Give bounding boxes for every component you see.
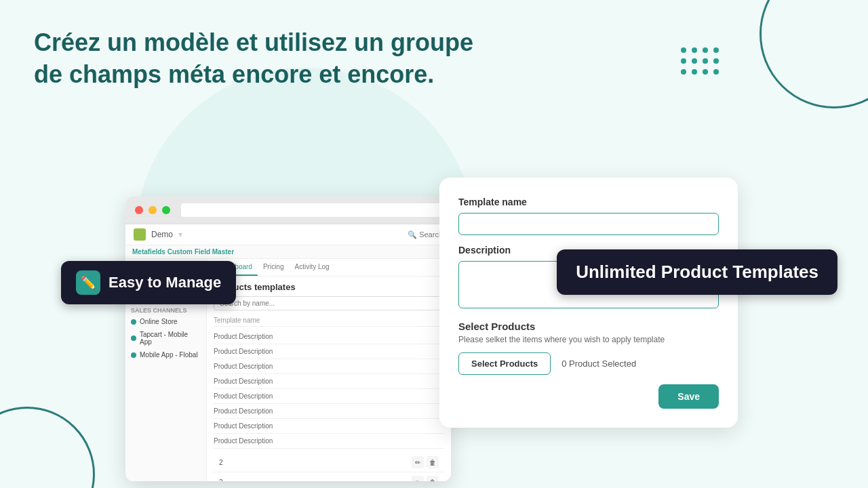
template-name-column-header: Template name	[214, 317, 260, 324]
badge-pencil-icon: ✏️	[76, 270, 100, 295]
delete-icon[interactable]: 🗑	[427, 476, 439, 481]
template-name-label: Template name	[458, 197, 719, 207]
page-headline: Créez un modèle et utilisez un groupe de…	[34, 27, 475, 91]
shopify-nav: Demo ▾ 🔍 Search	[125, 224, 451, 245]
template-row[interactable]: Product Description	[214, 344, 444, 359]
template-row[interactable]: Product Description	[214, 434, 444, 449]
edit-icon[interactable]: ✏	[412, 476, 424, 481]
search-input[interactable]	[214, 296, 444, 310]
badge-easy-label: Easy to Manage	[108, 274, 221, 291]
tab-activity-log[interactable]: Activity Log	[290, 259, 335, 276]
data-row-1-num: 2	[219, 459, 223, 466]
app-name: Metafields Custom Field Master	[125, 245, 451, 259]
data-row-1: 2 ✏ 🗑	[214, 453, 444, 472]
sidebar-mobile-app-label: Mobile App - Flobal	[140, 351, 198, 359]
shopify-logo	[134, 228, 146, 241]
badge-unlimited-label: Unlimited Product Templates	[576, 262, 818, 282]
select-products-description: Please selket the items where you wish t…	[458, 335, 719, 344]
easy-to-manage-badge: ✏️ Easy to Manage	[61, 261, 236, 304]
template-row[interactable]: Product Description	[214, 389, 444, 404]
sidebar-tapcart-label: Tapcart - Mobile App	[140, 331, 201, 346]
tab-pricing[interactable]: Pricing	[258, 259, 290, 276]
data-row-2-num: 2	[219, 479, 223, 482]
section-title: Products templates	[207, 277, 451, 296]
products-selected-count: 0 Product Selected	[561, 359, 636, 369]
template-list-header: Template name	[214, 314, 444, 327]
data-row-2: 2 ✏ 🗑	[214, 472, 444, 481]
app-main-panel: Dashboard Pricing Activity Log Products …	[207, 259, 451, 481]
delete-icon[interactable]: 🗑	[427, 456, 439, 468]
data-row-1-actions: ✏ 🗑	[412, 456, 439, 468]
url-bar	[181, 203, 441, 217]
store-name: Demo	[151, 230, 173, 239]
sidebar-item-online-store[interactable]: Online Store	[125, 315, 206, 328]
template-row[interactable]: Product Description	[214, 329, 444, 344]
select-products-button[interactable]: Select Products	[458, 352, 551, 375]
unlimited-templates-badge: Unlimited Product Templates	[557, 249, 837, 295]
decorative-dots-grid	[681, 47, 719, 75]
window-minimize-btn[interactable]	[149, 206, 157, 214]
decorative-circle-bottom-left	[0, 407, 95, 488]
sidebar-item-tapcart[interactable]: Tapcart - Mobile App	[125, 328, 206, 348]
app-tabs: Dashboard Pricing Activity Log	[207, 259, 451, 277]
form-footer: Save	[458, 375, 719, 409]
sidebar-item-mobile-app[interactable]: Mobile App - Flobal	[125, 348, 206, 361]
data-row-2-actions: ✏ 🗑	[412, 476, 439, 481]
select-products-row: Select Products 0 Product Selected	[458, 352, 719, 375]
save-button[interactable]: Save	[658, 384, 719, 409]
template-row[interactable]: Product Description	[214, 359, 444, 374]
search-area	[207, 296, 451, 314]
window-close-btn[interactable]	[135, 206, 143, 214]
template-row[interactable]: Product Description	[214, 419, 444, 434]
sidebar-sales-channels-title: Sales channels	[125, 303, 206, 315]
window-maximize-btn[interactable]	[162, 206, 170, 214]
data-rows-section: 2 ✏ 🗑 2 ✏ 🗑	[207, 450, 451, 481]
template-name-input[interactable]	[458, 213, 719, 235]
templates-list: Template name Product Description Produc…	[207, 314, 451, 449]
edit-icon[interactable]: ✏	[412, 456, 424, 468]
app-window-screenshot: Demo ▾ 🔍 Search Metafields Custom Field …	[125, 197, 451, 481]
decorative-circle-top-right	[760, 0, 868, 108]
template-row[interactable]: Product Description	[214, 374, 444, 389]
window-titlebar	[125, 197, 451, 224]
template-form-panel: Template name Description Select Product…	[439, 178, 738, 428]
sidebar-online-store-label: Online Store	[140, 318, 178, 325]
select-products-title: Select Products	[458, 321, 719, 332]
template-row[interactable]: Product Description	[214, 404, 444, 419]
